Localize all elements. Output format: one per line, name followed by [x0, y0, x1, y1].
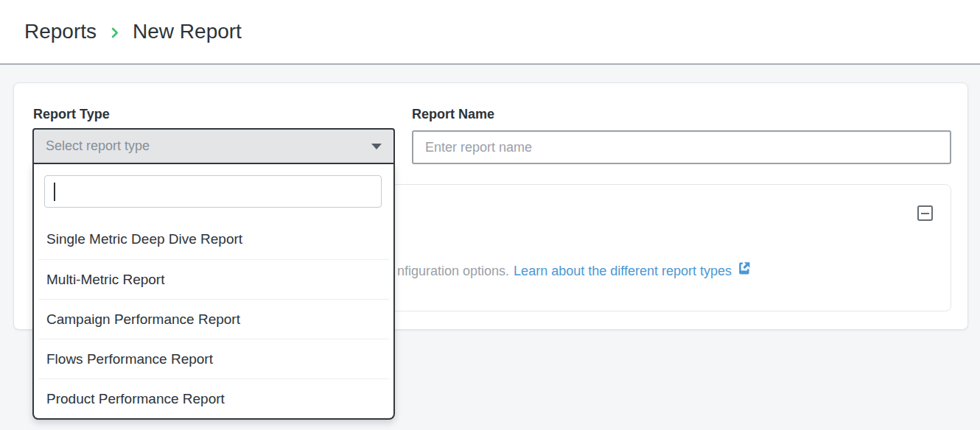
- dropdown-option[interactable]: Flows Performance Report: [38, 339, 389, 378]
- chevron-right-icon: [108, 26, 122, 40]
- config-info-text: nfiguration options.: [397, 262, 509, 281]
- report-type-combobox: Select report type Single Metric Deep Di…: [32, 128, 395, 164]
- dropdown-option[interactable]: Multi-Metric Report: [38, 259, 389, 299]
- config-info-row: nfiguration options. Learn about the dif…: [397, 261, 751, 281]
- text-cursor: [54, 183, 55, 201]
- page-header: Reports New Report: [0, 0, 980, 65]
- minus-square-icon[interactable]: [917, 205, 933, 221]
- report-type-label: Report Type: [33, 107, 110, 121]
- report-name-input[interactable]: [412, 130, 951, 164]
- dropdown-options: Single Metric Deep Dive Report Multi-Met…: [34, 219, 393, 418]
- minus-bar: [921, 213, 929, 214]
- breadcrumb-reports-link[interactable]: Reports: [24, 20, 97, 43]
- dropdown-search-box: [44, 175, 382, 208]
- dropdown-option[interactable]: Product Performance Report: [38, 378, 389, 418]
- report-type-select[interactable]: Select report type: [32, 128, 395, 164]
- dropdown-option[interactable]: Campaign Performance Report: [38, 299, 389, 339]
- new-report-page: Reports New Report Report Type Report Na…: [0, 0, 980, 430]
- dropdown-option[interactable]: Single Metric Deep Dive Report: [38, 219, 389, 259]
- report-name-label: Report Name: [412, 107, 494, 121]
- learn-report-types-link[interactable]: Learn about the different report types: [514, 261, 751, 281]
- external-link-icon: [737, 261, 751, 281]
- learn-report-types-link-label: Learn about the different report types: [514, 262, 732, 281]
- report-type-dropdown: Single Metric Deep Dive Report Multi-Met…: [32, 164, 395, 420]
- page-title: New Report: [133, 20, 242, 43]
- breadcrumb: Reports New Report: [24, 20, 242, 43]
- report-type-placeholder: Select report type: [46, 138, 150, 154]
- caret-down-icon: [371, 144, 382, 149]
- dropdown-search-input[interactable]: [45, 176, 381, 207]
